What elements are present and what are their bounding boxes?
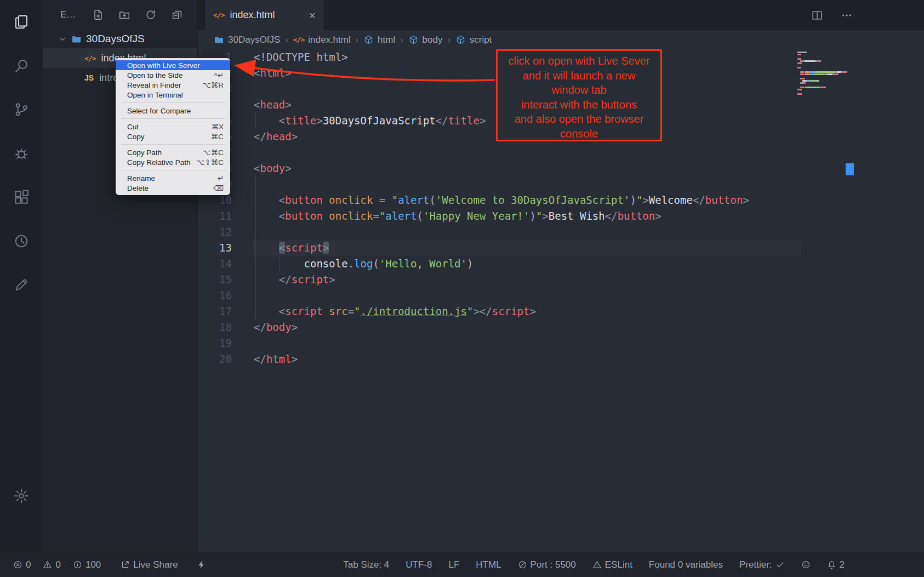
code-line-18[interactable]: </body> [254, 319, 749, 335]
tab-close-icon[interactable]: × [309, 9, 316, 21]
run-debug-icon[interactable] [0, 132, 43, 175]
port-icon [518, 560, 527, 569]
annotation-line: click on open with Live Sever [498, 54, 660, 68]
html-file-icon: </> [293, 36, 304, 44]
settings-gear-icon[interactable] [0, 474, 43, 518]
menu-separator [121, 102, 225, 103]
line-number: 18 [197, 319, 232, 335]
menu-item-label: Rename [127, 174, 155, 182]
menu-item-shortcut: ^↵ [214, 71, 224, 79]
code-line-12[interactable] [254, 224, 749, 240]
minimap[interactable] [797, 52, 848, 95]
split-editor-icon[interactable] [811, 9, 823, 21]
menu-item-label: Open with Live Server [127, 61, 200, 70]
status-eol[interactable]: LF [448, 559, 459, 570]
breadcrumb: 30DaysOfJS › </> index.html › html › bod… [197, 30, 924, 49]
status-live-share[interactable]: Live Share [121, 559, 178, 570]
line-number: 19 [197, 335, 232, 351]
annotation-line: window tab [498, 83, 660, 98]
refresh-icon[interactable] [145, 9, 157, 21]
menu-item-copy-path[interactable]: Copy Path ⌥⌘C [116, 147, 230, 157]
tree-folder-root[interactable]: 30DaysOfJS [43, 30, 197, 48]
breadcrumb-script[interactable]: script [455, 35, 492, 45]
new-file-icon[interactable] [92, 9, 104, 21]
code-line-8[interactable]: <body> [254, 161, 749, 176]
breadcrumb-file[interactable]: </> index.html [293, 35, 351, 45]
context-menu: Open with Live Server Open to the Side ^… [116, 58, 230, 195]
source-control-icon[interactable] [0, 88, 43, 132]
status-errors[interactable]: 0 [13, 559, 31, 570]
status-encoding[interactable]: UTF-8 [406, 559, 432, 570]
status-warnings[interactable]: 0 [43, 559, 60, 570]
breadcrumb-html[interactable]: html [363, 35, 395, 45]
code-line-20[interactable]: </html> [254, 351, 749, 367]
status-port[interactable]: Port : 5500 [518, 559, 576, 570]
explorer-header: E… [43, 0, 197, 30]
menu-item-open-to-the-side[interactable]: Open to the Side ^↵ [116, 70, 230, 80]
tab-label: index.html [230, 9, 275, 21]
vscode-window: E… 30DaysOfJS </> index.html JS introduc… [0, 0, 924, 577]
menu-item-cut[interactable]: Cut ⌘X [116, 122, 230, 132]
menu-item-shortcut: ↵ [218, 174, 224, 182]
menu-item-open-with-live-server[interactable]: Open with Live Server [116, 60, 230, 70]
js-file-icon: JS [84, 73, 94, 82]
root-folder-label: 30DaysOfJS [86, 33, 145, 45]
menu-separator [121, 170, 225, 170]
menu-item-open-in-terminal[interactable]: Open in Terminal [116, 90, 230, 100]
menu-item-label: Copy Relative Path [127, 158, 191, 167]
status-eslint[interactable]: ESLint [592, 559, 632, 570]
activity-bar [0, 0, 43, 552]
menu-separator [121, 118, 225, 119]
more-actions-icon[interactable] [841, 9, 853, 21]
breadcrumb-folder[interactable]: 30DaysOfJS [214, 35, 280, 45]
code-line-7[interactable] [254, 145, 749, 161]
share-icon [121, 560, 130, 569]
smiley-icon [801, 560, 811, 569]
menu-item-label: Open in Terminal [127, 91, 183, 99]
line-number: 20 [197, 351, 232, 367]
status-tab-size[interactable]: Tab Size: 4 [343, 559, 389, 570]
menu-item-label: Reveal in Finder [127, 81, 181, 89]
menu-item-select-for-compare[interactable]: Select for Compare [116, 106, 230, 116]
menu-item-delete[interactable]: Delete ⌫ [116, 183, 230, 193]
code-line-11[interactable]: <button onclick="alert('Happy New Year!'… [254, 208, 749, 224]
status-info[interactable]: 100 [73, 559, 101, 570]
chevron-right-icon: › [356, 35, 358, 45]
breadcrumb-body[interactable]: body [408, 35, 443, 45]
code-line-15[interactable]: </script> [254, 272, 749, 288]
line-number: 12 [197, 224, 232, 240]
breadcrumb-label: html [378, 35, 395, 45]
cube-icon [408, 35, 419, 45]
code-line-10[interactable]: <button onclick = "alert('Welcome to 30D… [254, 192, 749, 208]
annotation-line: interact with the buttons [498, 98, 660, 112]
annotate-pen-icon[interactable] [0, 263, 43, 307]
menu-item-reveal-in-finder[interactable]: Reveal in Finder ⌥⌘R [116, 80, 230, 90]
explorer-icon[interactable] [0, 0, 43, 44]
menu-item-copy-relative-path[interactable]: Copy Relative Path ⌥⇧⌘C [116, 157, 230, 167]
menu-item-copy[interactable]: Copy ⌘C [116, 132, 230, 141]
explorer-title: E… [60, 9, 76, 20]
history-icon[interactable] [0, 219, 43, 263]
code-line-9[interactable] [254, 176, 749, 192]
search-icon[interactable] [0, 44, 43, 88]
menu-item-rename[interactable]: Rename ↵ [116, 173, 230, 183]
tab-index-html[interactable]: </> index.html × [206, 0, 323, 30]
code-line-14[interactable]: console.log('Hello, World') [254, 256, 749, 272]
code-line-16[interactable] [254, 288, 749, 304]
folder-icon [214, 35, 224, 45]
code-line-13[interactable]: <script> [254, 240, 749, 256]
collapse-all-icon[interactable] [171, 9, 183, 21]
status-feedback[interactable] [801, 560, 811, 569]
status-notifications[interactable]: 2 [827, 559, 845, 570]
chevron-down-icon [58, 35, 67, 43]
new-folder-icon[interactable] [118, 9, 130, 21]
status-variables[interactable]: Found 0 variables [649, 559, 723, 570]
extensions-icon[interactable] [0, 175, 43, 219]
status-language[interactable]: HTML [476, 559, 501, 570]
bell-icon [827, 560, 836, 569]
status-lightning[interactable] [197, 560, 206, 569]
code-line-17[interactable]: <script src="./introduction.js"></script… [254, 304, 749, 319]
code-line-19[interactable] [254, 335, 749, 351]
menu-item-label: Copy [127, 133, 145, 141]
status-prettier[interactable]: Prettier: [739, 559, 785, 570]
